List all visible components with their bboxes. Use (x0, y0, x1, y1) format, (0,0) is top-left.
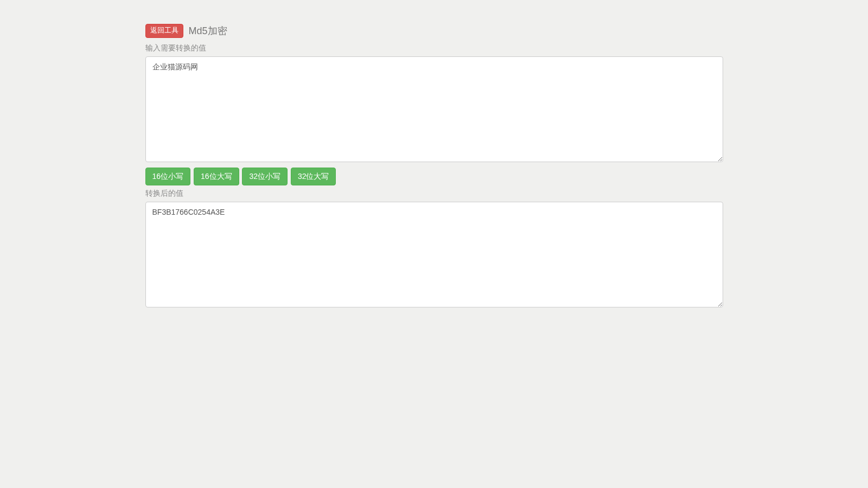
header: 返回工具 Md5加密 (145, 24, 723, 38)
btn-32-lower[interactable]: 32位小写 (242, 168, 288, 186)
output-label: 转换后的值 (145, 189, 723, 198)
input-textarea[interactable] (145, 56, 723, 162)
page-title: Md5加密 (189, 26, 227, 36)
btn-16-lower[interactable]: 16位小写 (145, 168, 191, 186)
main-container: 返回工具 Md5加密 输入需要转换的值 16位小写 16位大写 32位小写 32… (145, 0, 723, 307)
btn-32-upper[interactable]: 32位大写 (291, 168, 336, 186)
btn-16-upper[interactable]: 16位大写 (194, 168, 239, 186)
action-button-row: 16位小写 16位大写 32位小写 32位大写 (145, 168, 723, 186)
back-button[interactable]: 返回工具 (145, 24, 183, 38)
output-textarea[interactable] (145, 202, 723, 307)
input-label: 输入需要转换的值 (145, 43, 723, 53)
